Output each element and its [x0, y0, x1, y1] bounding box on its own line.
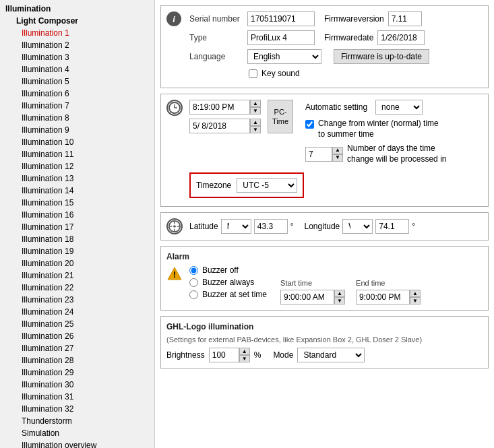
- serial-input[interactable]: [247, 11, 315, 26]
- info-panel: i Serial number Firmwareversion Type Fir…: [160, 5, 489, 88]
- sidebar-item-illum-7[interactable]: Illumination 7: [0, 100, 154, 112]
- language-label: Language: [189, 52, 243, 61]
- sidebar-item-illum-10[interactable]: Illumination 10: [0, 136, 154, 148]
- brightness-up-btn[interactable]: ▲: [239, 348, 250, 355]
- type-input[interactable]: [247, 30, 315, 45]
- sidebar-item-illum-8[interactable]: Illumination 8: [0, 112, 154, 124]
- mode-label: Mode: [273, 350, 293, 360]
- type-label: Type: [189, 33, 243, 42]
- sidebar-item-illum-overview[interactable]: Illumination overview: [0, 439, 154, 448]
- sidebar-item-illum-24[interactable]: Illumination 24: [0, 306, 154, 318]
- brightness-unit: %: [254, 350, 261, 360]
- buzzer-always-radio[interactable]: [189, 278, 198, 287]
- sidebar-item-illum-19[interactable]: Illumination 19: [0, 245, 154, 257]
- sidebar-item-illum-4[interactable]: Illumination 4: [0, 63, 154, 75]
- firmware-date-input[interactable]: [377, 30, 425, 45]
- mode-select[interactable]: Standard: [297, 348, 365, 362]
- days-up-btn[interactable]: ▲: [332, 147, 343, 154]
- firmware-version-label: Firmwareversion: [324, 14, 384, 24]
- longitude-label: Longitude: [305, 222, 340, 231]
- timezone-label: Timezone: [196, 181, 231, 190]
- sidebar-item-light-composer[interactable]: Light Composer: [0, 15, 154, 27]
- sidebar-item-illum-25[interactable]: Illumination 25: [0, 318, 154, 330]
- buzzer-off-row: Buzzer off: [189, 265, 483, 275]
- sidebar-item-illum-29[interactable]: Illumination 29: [0, 366, 154, 379]
- start-time-label: Start time: [280, 279, 312, 287]
- end-time-spinner[interactable]: ▲ ▼: [410, 290, 421, 305]
- date-up-btn[interactable]: ▲: [250, 119, 261, 126]
- auto-setting-select[interactable]: none: [375, 100, 423, 115]
- buzzer-set-time-row: Buzzer at set time: [189, 290, 267, 299]
- sidebar-item-illum-9[interactable]: Illumination 9: [0, 124, 154, 136]
- firmware-date-label: Firmwaredate: [324, 33, 373, 42]
- sidebar-item-illum-23[interactable]: Illumination 23: [0, 294, 154, 306]
- lat-value-input[interactable]: [254, 219, 288, 234]
- end-time-up-btn[interactable]: ▲: [410, 290, 421, 297]
- start-time-col: Start time ▲ ▼: [280, 279, 345, 305]
- end-time-label: End time: [356, 279, 385, 287]
- start-time-up-btn[interactable]: ▲: [334, 290, 345, 297]
- sidebar-item-illum-27[interactable]: Illumination 27: [0, 342, 154, 354]
- sidebar-item-illum-26[interactable]: Illumination 26: [0, 330, 154, 342]
- end-time-down-btn[interactable]: ▼: [410, 297, 421, 305]
- sidebar-item-illum-1[interactable]: Illumination 1: [0, 27, 154, 39]
- brightness-spinner[interactable]: ▲ ▼: [239, 348, 250, 362]
- sidebar-item-illum-14[interactable]: Illumination 14: [0, 185, 154, 197]
- key-sound-label: Key sound: [261, 69, 300, 78]
- ghl-title: GHL-Logo illumination: [166, 322, 483, 331]
- end-time-input[interactable]: [356, 290, 410, 305]
- sidebar-item-illum-5[interactable]: Illumination 5: [0, 75, 154, 88]
- sidebar-item-illum-12[interactable]: Illumination 12: [0, 160, 154, 172]
- auto-setting-label: Automatic setting: [305, 102, 367, 112]
- days-down-btn[interactable]: ▼: [332, 154, 343, 162]
- pc-time-button[interactable]: PC- Time: [268, 100, 293, 133]
- timezone-select[interactable]: UTC -5: [237, 178, 297, 193]
- brightness-down-btn[interactable]: ▼: [239, 355, 250, 362]
- key-sound-checkbox[interactable]: [249, 69, 257, 78]
- days-input[interactable]: [305, 147, 332, 162]
- time-up-btn[interactable]: ▲: [250, 100, 261, 107]
- start-time-spinner[interactable]: ▲ ▼: [334, 290, 345, 305]
- sidebar-item-illum-32[interactable]: Illumination 32: [0, 403, 154, 415]
- buzzer-off-radio[interactable]: [189, 266, 198, 275]
- time-down-btn[interactable]: ▼: [250, 107, 261, 115]
- date-input[interactable]: [189, 119, 250, 133]
- sidebar-item-illum-15[interactable]: Illumination 15: [0, 197, 154, 209]
- sidebar-item-illum-11[interactable]: Illumination 11: [0, 148, 154, 160]
- start-time-input[interactable]: [280, 290, 334, 305]
- sidebar-item-illum-30[interactable]: Illumination 30: [0, 379, 154, 391]
- date-down-btn[interactable]: ▼: [250, 126, 261, 133]
- date-spinner[interactable]: ▲ ▼: [250, 119, 261, 133]
- sidebar-item-illum-17[interactable]: Illumination 17: [0, 221, 154, 233]
- sidebar-item-illum-16[interactable]: Illumination 16: [0, 209, 154, 221]
- start-time-down-btn[interactable]: ▼: [334, 297, 345, 305]
- lon-value-input[interactable]: [375, 219, 409, 234]
- sidebar-item-illum-13[interactable]: Illumination 13: [0, 172, 154, 185]
- sidebar-item-thunderstorm[interactable]: Thunderstorm: [0, 415, 154, 427]
- sidebar-item-simulation[interactable]: Simulation: [0, 427, 154, 439]
- sidebar-item-illum-31[interactable]: Illumination 31: [0, 391, 154, 403]
- time-spinner[interactable]: ▲ ▼: [250, 100, 261, 115]
- summer-time-checkbox[interactable]: [305, 120, 314, 129]
- sidebar-item-illum-20[interactable]: Illumination 20: [0, 257, 154, 269]
- lat-dir-select[interactable]: N S: [221, 219, 251, 234]
- sidebar-item-illum-21[interactable]: Illumination 21: [0, 269, 154, 282]
- language-select[interactable]: English: [247, 49, 321, 64]
- sidebar-item-illum-6[interactable]: Illumination 6: [0, 88, 154, 100]
- time-input[interactable]: [189, 100, 250, 115]
- days-label: Number of days the time change will be p…: [347, 143, 455, 164]
- days-spinner[interactable]: ▲ ▼: [332, 147, 343, 162]
- sidebar-item-illum-28[interactable]: Illumination 28: [0, 354, 154, 366]
- lon-dir-select[interactable]: W E: [342, 219, 373, 234]
- brightness-input[interactable]: [209, 348, 239, 362]
- firmware-status-button[interactable]: Firmware is up-to-date: [334, 49, 429, 64]
- sidebar-item-illum-3[interactable]: Illumination 3: [0, 51, 154, 63]
- buzzer-set-time-radio[interactable]: [189, 290, 198, 299]
- brightness-row: Brightness ▲ ▼ % Mode Standard: [166, 348, 483, 362]
- buzzer-always-label: Buzzer always: [202, 278, 254, 287]
- sidebar-item-illum-22[interactable]: Illumination 22: [0, 282, 154, 294]
- sidebar-item-illum-2[interactable]: Illumination 2: [0, 39, 154, 51]
- firmware-version-input[interactable]: [388, 11, 422, 26]
- sidebar-item-illum-18[interactable]: Illumination 18: [0, 233, 154, 245]
- timezone-highlight: Timezone UTC -5: [189, 172, 304, 198]
